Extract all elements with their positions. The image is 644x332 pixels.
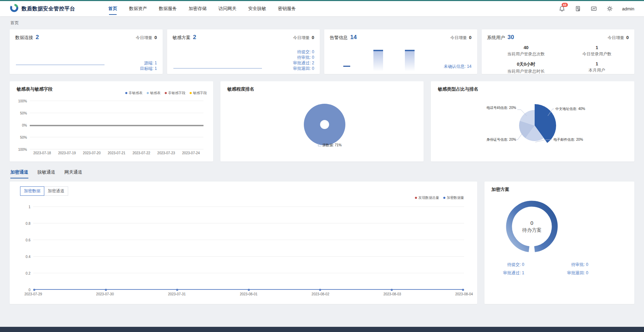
delta-label: 今日增量 [450, 35, 467, 40]
channel-tabs: 加密通道 脱敏通道 网关通道 [10, 169, 634, 178]
panel-sensitivity-rank: 敏感程度排名 源数据: 71% [220, 81, 424, 162]
delta-label: 今日增量 [136, 35, 152, 40]
charts-row: 敏感表与敏感字段 非敏感表 敏感表 非敏感字段 敏感字段 100% 50% 0%… [10, 81, 634, 162]
alert-bar [373, 50, 383, 71]
card-title: 告警信息 [330, 35, 348, 41]
plan-donut-chart[interactable]: 0 待办方案 [497, 192, 566, 261]
alert-mini-bar [343, 66, 350, 67]
leader-line [318, 143, 321, 146]
user-stats-grid: 40当前用户登录总次数 1今日登录用户数 0天0小时当前用户登录总时长 1本月用… [487, 45, 629, 74]
unconfirmed-alerts-link: 未确认信息: 14 [444, 64, 471, 69]
nav-key-services[interactable]: 密钥服务 [278, 1, 296, 16]
main-nav: 首页 数据资产 数据服务 加密存储 访问网关 安全脱敏 密钥服务 [108, 1, 296, 16]
panel-encrypt-channel-chart: 加密数据 加密通道 发现数据总量 加密数据量 1 0.8 0.6 0.4 0.2… [10, 182, 477, 304]
source-value: 1 [155, 61, 157, 65]
user-menu[interactable]: admin [622, 6, 634, 11]
line-chart-plot: 1 0.8 0.6 0.4 0.2 0 2023-07-29 2023-07-3… [33, 206, 464, 289]
target-label: 目标端: [140, 66, 153, 71]
pie-label-idcard: 身份证号信息: 20% [479, 137, 516, 142]
x-axis-labels: 2023-07-29 2023-07-30 2023-07-31 2023-08… [33, 292, 464, 297]
alert-bar [405, 50, 415, 71]
target-value: 1 [155, 66, 157, 71]
app-header: 数盾数据安全管控平台 首页 数据资产 数据服务 加密存储 访问网关 安全脱敏 密… [0, 1, 644, 16]
panel-sensitive-type-share: 敏感类型占比与排名 电话号码信息: 20% 中文地址信息: 40% 身份证号信息… [431, 81, 634, 162]
stat-cards-row: 数据连接 2 今日增量0 源端: 1 目标端: 1 敏感方案 2 今日增量0 待… [10, 29, 634, 74]
nav-access-gateway[interactable]: 访问网关 [218, 1, 236, 16]
line-chart-plot: 100% 50% 0% 50% 100% 2023-07-182023-07-1… [30, 101, 203, 149]
panel-title: 敏感表与敏感字段 [17, 86, 53, 92]
delta-value: 0 [312, 35, 314, 40]
bottom-row: 加密数据 加密通道 发现数据总量 加密数据量 1 0.8 0.6 0.4 0.2… [10, 182, 634, 304]
card-value: 30 [508, 34, 514, 41]
notification-badge: 43 [562, 3, 568, 7]
footer-bar [0, 327, 644, 332]
tab-gateway-channel[interactable]: 网关通道 [64, 169, 82, 178]
dashboard-icon[interactable] [590, 5, 597, 12]
toggle-encrypt-data-button[interactable]: 加密数据 [20, 186, 44, 196]
panel-sensitive-tables-fields: 敏感表与敏感字段 非敏感表 敏感表 非敏感字段 敏感字段 100% 50% 0%… [10, 81, 213, 162]
pending-label: 待办方案 [522, 227, 542, 233]
connection-counts: 源端: 1 目标端: 1 [140, 60, 157, 71]
card-sensitive-schemes: 敏感方案 2 今日增量0 待提交: 0 待审批: 0 审批通过: 2 审批退回:… [167, 29, 320, 74]
card-title: 数据连接 [15, 35, 33, 41]
app-title: 数盾数据安全管控平台 [21, 6, 75, 12]
card-system-users: 系统用户 30 今日增量0 40当前用户登录总次数 1今日登录用户数 0天0小时… [482, 29, 635, 74]
donut-label: 源数据: 71% [318, 143, 342, 148]
x-axis-labels: 2023-07-182023-07-192023-07-202023-07-21… [30, 151, 203, 155]
app-logo-icon [10, 3, 19, 14]
scheme-status-counts: 待提交: 0 待审批: 0 审批通过: 2 审批退回: 0 [293, 49, 314, 71]
tab-encrypt-channel[interactable]: 加密通道 [10, 169, 28, 178]
sparkline [173, 68, 262, 68]
delta-value: 0 [154, 35, 157, 40]
audit-log-icon[interactable] [574, 5, 581, 12]
delta-value: 0 [469, 35, 471, 40]
chart-toggle-group: 加密数据 加密通道 [20, 186, 68, 196]
card-alerts: 告警信息 14 今日增量0 未确认信息: 14 [324, 29, 477, 74]
delta-value: 0 [626, 35, 629, 40]
brand: 数盾数据安全管控平台 [10, 3, 75, 14]
pie-label-phone: 电话号码信息: 20% [479, 105, 516, 110]
panel-title: 敏感程度排名 [227, 86, 254, 92]
delta-label: 今日增量 [608, 35, 624, 40]
pie-label-email: 电子邮件信息: 20% [553, 137, 583, 142]
delta-label: 今日增量 [293, 35, 310, 40]
rose-pie-chart[interactable] [431, 81, 634, 162]
sparkline [16, 65, 105, 65]
panel-encrypt-plan: 加密方案 0 待办方案 [484, 182, 634, 304]
settings-gear-icon[interactable] [606, 5, 613, 12]
toggle-encrypt-channel-button[interactable]: 加密通道 [44, 186, 68, 196]
breadcrumb: 首页 [10, 16, 634, 29]
nav-encrypted-storage[interactable]: 加密存储 [189, 1, 207, 16]
bell-icon[interactable]: 43 [559, 5, 565, 12]
plan-donut-center: 0 待办方案 [497, 192, 566, 261]
nav-data-assets[interactable]: 数据资产 [129, 1, 147, 16]
pending-count: 0 [530, 220, 533, 226]
chart-legend: 发现数据总量 加密数据量 [415, 195, 464, 200]
card-title: 敏感方案 [173, 35, 191, 41]
card-value: 2 [36, 34, 39, 41]
card-value: 2 [193, 34, 196, 41]
plan-status-counts: 待提交: 0 待审批: 0 审批通过: 1 审批退回: 0 [491, 262, 588, 276]
nav-security-masking[interactable]: 安全脱敏 [248, 1, 266, 16]
card-data-connections: 数据连接 2 今日增量0 源端: 1 目标端: 1 [10, 29, 163, 74]
pie-label-address: 中文地址信息: 40% [555, 107, 585, 111]
chart-legend: 非敏感表 敏感表 非敏感字段 敏感字段 [125, 91, 207, 95]
card-title: 系统用户 [487, 35, 505, 41]
source-label: 源端: [144, 61, 153, 65]
nav-data-services[interactable]: 数据服务 [159, 1, 177, 16]
header-actions: 43 admin [559, 5, 634, 12]
tab-masking-channel[interactable]: 脱敏通道 [37, 169, 55, 178]
card-value: 14 [350, 34, 357, 41]
nav-home[interactable]: 首页 [108, 1, 117, 16]
data-point-markers [33, 289, 464, 291]
sensitivity-donut-chart[interactable] [304, 104, 345, 145]
